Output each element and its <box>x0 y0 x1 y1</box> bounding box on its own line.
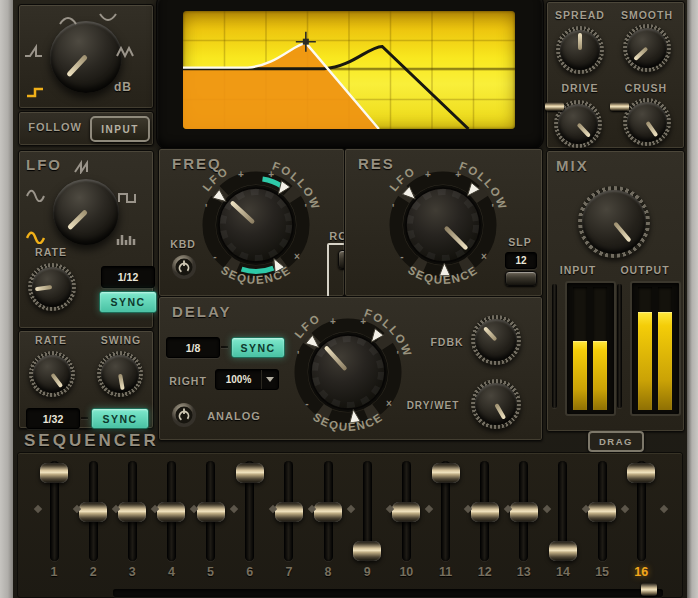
filter-display-screen[interactable] <box>183 11 515 129</box>
square-wave-icon[interactable] <box>118 190 138 204</box>
delay-amount-value: 100% <box>216 370 261 389</box>
seq-rate-knob[interactable] <box>29 351 75 397</box>
kbd-label: KBD <box>162 238 204 250</box>
delay-amount-dropdown[interactable]: 100% <box>215 369 279 390</box>
delay-title: DELAY <box>172 303 231 320</box>
res-knob[interactable]: ++''-× LFO FOLLOW SEQUENCE <box>368 150 518 300</box>
seq-slider-handle-2[interactable] <box>79 502 107 522</box>
lfo-rate-knob[interactable] <box>28 263 76 311</box>
db-label: dB <box>108 80 138 94</box>
mix-knob[interactable] <box>578 186 650 258</box>
seq-rate-value[interactable]: 1/32 <box>26 408 80 429</box>
lfo-rate-value[interactable]: 1/12 <box>101 266 155 288</box>
output-meter <box>630 281 681 416</box>
lfo-sync-button[interactable]: SYNC <box>99 291 157 313</box>
seq-slider-handle-13[interactable] <box>510 502 538 522</box>
seq-slider-handle-15[interactable] <box>588 502 616 522</box>
input-button[interactable]: INPUT <box>90 116 150 142</box>
svg-text:×: × <box>481 251 487 262</box>
lfo-wave-knob[interactable] <box>53 179 119 245</box>
seq-slider-handle-1[interactable] <box>40 463 68 483</box>
svg-text:+: + <box>238 169 244 180</box>
seq-sync-button[interactable]: SYNC <box>91 408 149 429</box>
seq-slider-handle-14[interactable] <box>549 541 577 561</box>
svg-text:-: - <box>400 251 403 262</box>
seq-slider-handle-16[interactable] <box>627 463 655 483</box>
delay-channel-label: RIGHT <box>164 375 212 387</box>
sine-wave-icon-selected[interactable] <box>26 230 46 244</box>
lfo-rate-label: RATE <box>28 246 74 258</box>
crush-knob[interactable] <box>623 98 671 146</box>
svg-text:': ' <box>297 350 299 361</box>
seq-slider-handle-3[interactable] <box>118 502 146 522</box>
follow-label: FOLLOW <box>24 121 86 133</box>
mix-title: MIX <box>556 157 589 174</box>
seq-step-number-3: 3 <box>116 565 148 579</box>
seq-step-number-14: 14 <box>547 565 579 579</box>
swing-label: SWING <box>94 334 148 346</box>
seq-step-number-12: 12 <box>469 565 501 579</box>
input-meter <box>565 281 616 416</box>
sine-wave-icon[interactable] <box>26 188 46 202</box>
desktop-edge-right <box>687 0 698 598</box>
step-marker-diamond <box>660 505 668 513</box>
random-steps-icon[interactable] <box>116 232 138 246</box>
svg-text:': ' <box>492 203 494 214</box>
seq-step-number-16: 16 <box>625 565 657 579</box>
input-label: INPUT <box>548 264 608 276</box>
spread-label: SPREAD <box>548 9 612 21</box>
seq-step-number-13: 13 <box>508 565 540 579</box>
ramp-wave-icon[interactable] <box>24 44 44 58</box>
triangle-wave-icon[interactable] <box>116 44 136 58</box>
drag-button[interactable]: DRAG <box>588 431 644 452</box>
delay-knob[interactable]: ++''-× LFO FOLLOW SEQUENCE <box>273 297 423 447</box>
saw-wave-icon[interactable] <box>74 160 94 174</box>
valley-wave-icon[interactable] <box>98 12 118 26</box>
smooth-knob[interactable] <box>623 24 671 72</box>
seq-slider-handle-8[interactable] <box>314 502 342 522</box>
seq-step-number-7: 7 <box>273 565 305 579</box>
seq-step-number-10: 10 <box>390 565 422 579</box>
slp-button[interactable] <box>505 271 537 286</box>
input-trim-handle[interactable] <box>545 102 564 111</box>
step-wave-icon-selected[interactable] <box>26 84 46 98</box>
sequencer-scroll-strip[interactable] <box>113 589 663 597</box>
kbd-power-button[interactable] <box>171 254 197 284</box>
seq-slider-handle-12[interactable] <box>471 502 499 522</box>
input-trim-track[interactable] <box>552 284 557 408</box>
swing-knob[interactable] <box>97 351 143 397</box>
seq-step-number-5: 5 <box>195 565 227 579</box>
output-trim-handle[interactable] <box>610 102 629 111</box>
freq-knob[interactable]: ++''-× LFO FOLLOW SEQUENCE <box>181 150 331 300</box>
spread-knob[interactable] <box>556 26 604 74</box>
input-meter-bar-right <box>593 341 607 410</box>
seq-step-number-4: 4 <box>155 565 187 579</box>
output-trim-track[interactable] <box>617 284 622 408</box>
seq-rate-label: RATE <box>28 334 74 346</box>
connector-dash <box>81 417 88 419</box>
seq-slider-handle-4[interactable] <box>157 502 185 522</box>
seq-step-number-9: 9 <box>351 565 383 579</box>
seq-step-number-6: 6 <box>234 565 266 579</box>
arch-wave-icon[interactable] <box>58 12 78 26</box>
step-marker-diamond <box>34 505 42 513</box>
fdbk-knob[interactable] <box>471 315 521 365</box>
seq-slider-handle-9[interactable] <box>353 541 381 561</box>
seq-slider-handle-10[interactable] <box>392 502 420 522</box>
svg-text:×: × <box>294 251 300 262</box>
delay-time-value[interactable]: 1/8 <box>166 337 220 358</box>
sequencer-scroll-handle[interactable] <box>641 583 657 596</box>
output-meter-bar-left <box>638 312 652 410</box>
seq-slider-handle-6[interactable] <box>236 463 264 483</box>
drywet-knob[interactable] <box>471 379 521 429</box>
drywet-label: DRY/WET <box>403 400 463 411</box>
output-meter-bar-right <box>658 312 672 410</box>
seq-slider-handle-5[interactable] <box>197 502 225 522</box>
seq-slider-handle-11[interactable] <box>432 463 460 483</box>
seq-slider-handle-7[interactable] <box>275 502 303 522</box>
analog-power-button[interactable] <box>171 402 197 432</box>
step-marker-diamond <box>229 505 237 513</box>
svg-text:+: + <box>330 316 336 327</box>
slp-value[interactable]: 12 <box>505 252 537 269</box>
filter-curves <box>183 11 515 129</box>
